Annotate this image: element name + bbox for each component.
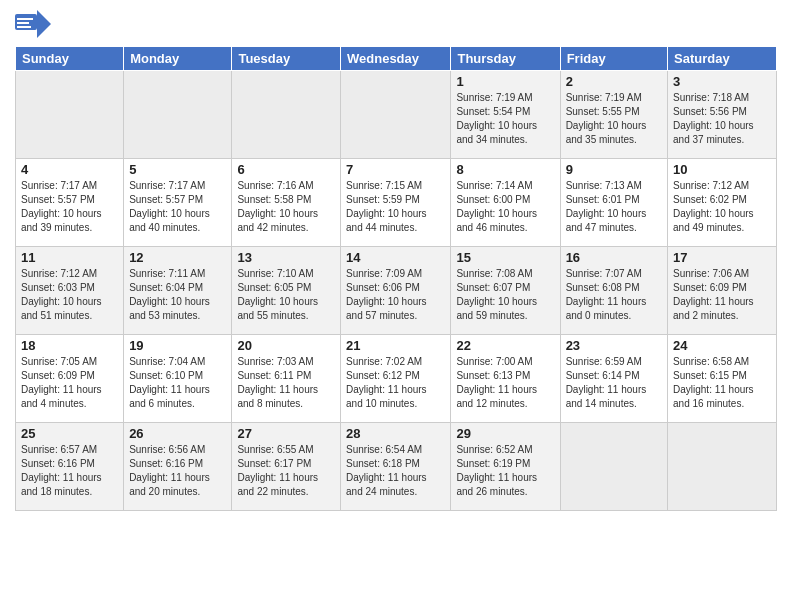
calendar-day-cell: 25Sunrise: 6:57 AM Sunset: 6:16 PM Dayli… <box>16 423 124 511</box>
calendar-day-cell: 1Sunrise: 7:19 AM Sunset: 5:54 PM Daylig… <box>451 71 560 159</box>
calendar-week-row: 18Sunrise: 7:05 AM Sunset: 6:09 PM Dayli… <box>16 335 777 423</box>
calendar-day-cell: 2Sunrise: 7:19 AM Sunset: 5:55 PM Daylig… <box>560 71 667 159</box>
day-number: 23 <box>566 338 662 353</box>
day-number: 12 <box>129 250 226 265</box>
day-info: Sunrise: 7:12 AM Sunset: 6:02 PM Dayligh… <box>673 179 771 235</box>
calendar-day-cell: 26Sunrise: 6:56 AM Sunset: 6:16 PM Dayli… <box>124 423 232 511</box>
day-number: 21 <box>346 338 445 353</box>
day-number: 24 <box>673 338 771 353</box>
calendar-day-cell: 19Sunrise: 7:04 AM Sunset: 6:10 PM Dayli… <box>124 335 232 423</box>
calendar-day-cell: 21Sunrise: 7:02 AM Sunset: 6:12 PM Dayli… <box>341 335 451 423</box>
day-number: 16 <box>566 250 662 265</box>
calendar-day-cell <box>341 71 451 159</box>
day-info: Sunrise: 7:16 AM Sunset: 5:58 PM Dayligh… <box>237 179 335 235</box>
day-info: Sunrise: 7:04 AM Sunset: 6:10 PM Dayligh… <box>129 355 226 411</box>
day-number: 29 <box>456 426 554 441</box>
day-info: Sunrise: 7:12 AM Sunset: 6:03 PM Dayligh… <box>21 267 118 323</box>
calendar-day-cell: 17Sunrise: 7:06 AM Sunset: 6:09 PM Dayli… <box>668 247 777 335</box>
calendar-day-cell: 10Sunrise: 7:12 AM Sunset: 6:02 PM Dayli… <box>668 159 777 247</box>
day-number: 14 <box>346 250 445 265</box>
day-number: 10 <box>673 162 771 177</box>
day-info: Sunrise: 7:00 AM Sunset: 6:13 PM Dayligh… <box>456 355 554 411</box>
day-info: Sunrise: 7:18 AM Sunset: 5:56 PM Dayligh… <box>673 91 771 147</box>
day-number: 20 <box>237 338 335 353</box>
day-number: 2 <box>566 74 662 89</box>
page-container: SundayMondayTuesdayWednesdayThursdayFrid… <box>0 0 792 516</box>
day-info: Sunrise: 6:52 AM Sunset: 6:19 PM Dayligh… <box>456 443 554 499</box>
day-number: 18 <box>21 338 118 353</box>
calendar-day-cell: 23Sunrise: 6:59 AM Sunset: 6:14 PM Dayli… <box>560 335 667 423</box>
calendar-day-cell: 15Sunrise: 7:08 AM Sunset: 6:07 PM Dayli… <box>451 247 560 335</box>
day-info: Sunrise: 7:08 AM Sunset: 6:07 PM Dayligh… <box>456 267 554 323</box>
calendar-day-cell: 14Sunrise: 7:09 AM Sunset: 6:06 PM Dayli… <box>341 247 451 335</box>
day-info: Sunrise: 7:06 AM Sunset: 6:09 PM Dayligh… <box>673 267 771 323</box>
calendar-day-cell <box>232 71 341 159</box>
calendar-day-cell: 5Sunrise: 7:17 AM Sunset: 5:57 PM Daylig… <box>124 159 232 247</box>
day-number: 28 <box>346 426 445 441</box>
calendar-day-cell: 12Sunrise: 7:11 AM Sunset: 6:04 PM Dayli… <box>124 247 232 335</box>
calendar-day-cell: 7Sunrise: 7:15 AM Sunset: 5:59 PM Daylig… <box>341 159 451 247</box>
day-number: 13 <box>237 250 335 265</box>
weekday-header-saturday: Saturday <box>668 47 777 71</box>
calendar-day-cell <box>560 423 667 511</box>
day-info: Sunrise: 6:57 AM Sunset: 6:16 PM Dayligh… <box>21 443 118 499</box>
day-number: 6 <box>237 162 335 177</box>
calendar-week-row: 1Sunrise: 7:19 AM Sunset: 5:54 PM Daylig… <box>16 71 777 159</box>
day-number: 25 <box>21 426 118 441</box>
calendar-day-cell <box>16 71 124 159</box>
header <box>15 10 777 38</box>
calendar-day-cell: 22Sunrise: 7:00 AM Sunset: 6:13 PM Dayli… <box>451 335 560 423</box>
calendar-day-cell: 18Sunrise: 7:05 AM Sunset: 6:09 PM Dayli… <box>16 335 124 423</box>
logo-icon <box>15 10 51 38</box>
calendar-day-cell: 16Sunrise: 7:07 AM Sunset: 6:08 PM Dayli… <box>560 247 667 335</box>
weekday-header-wednesday: Wednesday <box>341 47 451 71</box>
weekday-header-row: SundayMondayTuesdayWednesdayThursdayFrid… <box>16 47 777 71</box>
day-number: 5 <box>129 162 226 177</box>
calendar-day-cell <box>668 423 777 511</box>
logo <box>15 10 55 38</box>
day-info: Sunrise: 7:09 AM Sunset: 6:06 PM Dayligh… <box>346 267 445 323</box>
day-info: Sunrise: 7:15 AM Sunset: 5:59 PM Dayligh… <box>346 179 445 235</box>
day-info: Sunrise: 7:13 AM Sunset: 6:01 PM Dayligh… <box>566 179 662 235</box>
day-info: Sunrise: 6:58 AM Sunset: 6:15 PM Dayligh… <box>673 355 771 411</box>
calendar-day-cell: 13Sunrise: 7:10 AM Sunset: 6:05 PM Dayli… <box>232 247 341 335</box>
svg-rect-3 <box>17 22 29 24</box>
day-info: Sunrise: 6:55 AM Sunset: 6:17 PM Dayligh… <box>237 443 335 499</box>
calendar-day-cell: 4Sunrise: 7:17 AM Sunset: 5:57 PM Daylig… <box>16 159 124 247</box>
day-info: Sunrise: 7:19 AM Sunset: 5:55 PM Dayligh… <box>566 91 662 147</box>
calendar-day-cell: 9Sunrise: 7:13 AM Sunset: 6:01 PM Daylig… <box>560 159 667 247</box>
day-info: Sunrise: 7:17 AM Sunset: 5:57 PM Dayligh… <box>129 179 226 235</box>
calendar-day-cell: 3Sunrise: 7:18 AM Sunset: 5:56 PM Daylig… <box>668 71 777 159</box>
calendar-table: SundayMondayTuesdayWednesdayThursdayFrid… <box>15 46 777 511</box>
day-number: 26 <box>129 426 226 441</box>
day-info: Sunrise: 7:05 AM Sunset: 6:09 PM Dayligh… <box>21 355 118 411</box>
calendar-day-cell: 8Sunrise: 7:14 AM Sunset: 6:00 PM Daylig… <box>451 159 560 247</box>
day-info: Sunrise: 6:59 AM Sunset: 6:14 PM Dayligh… <box>566 355 662 411</box>
calendar-day-cell: 11Sunrise: 7:12 AM Sunset: 6:03 PM Dayli… <box>16 247 124 335</box>
day-number: 7 <box>346 162 445 177</box>
day-info: Sunrise: 7:07 AM Sunset: 6:08 PM Dayligh… <box>566 267 662 323</box>
weekday-header-monday: Monday <box>124 47 232 71</box>
calendar-day-cell: 6Sunrise: 7:16 AM Sunset: 5:58 PM Daylig… <box>232 159 341 247</box>
day-number: 17 <box>673 250 771 265</box>
day-info: Sunrise: 7:02 AM Sunset: 6:12 PM Dayligh… <box>346 355 445 411</box>
day-info: Sunrise: 6:54 AM Sunset: 6:18 PM Dayligh… <box>346 443 445 499</box>
calendar-week-row: 25Sunrise: 6:57 AM Sunset: 6:16 PM Dayli… <box>16 423 777 511</box>
day-number: 4 <box>21 162 118 177</box>
calendar-day-cell: 20Sunrise: 7:03 AM Sunset: 6:11 PM Dayli… <box>232 335 341 423</box>
day-number: 3 <box>673 74 771 89</box>
day-info: Sunrise: 6:56 AM Sunset: 6:16 PM Dayligh… <box>129 443 226 499</box>
day-info: Sunrise: 7:03 AM Sunset: 6:11 PM Dayligh… <box>237 355 335 411</box>
day-number: 19 <box>129 338 226 353</box>
calendar-day-cell: 28Sunrise: 6:54 AM Sunset: 6:18 PM Dayli… <box>341 423 451 511</box>
day-number: 22 <box>456 338 554 353</box>
day-info: Sunrise: 7:11 AM Sunset: 6:04 PM Dayligh… <box>129 267 226 323</box>
calendar-day-cell: 29Sunrise: 6:52 AM Sunset: 6:19 PM Dayli… <box>451 423 560 511</box>
calendar-day-cell: 27Sunrise: 6:55 AM Sunset: 6:17 PM Dayli… <box>232 423 341 511</box>
day-number: 1 <box>456 74 554 89</box>
weekday-header-sunday: Sunday <box>16 47 124 71</box>
calendar-week-row: 4Sunrise: 7:17 AM Sunset: 5:57 PM Daylig… <box>16 159 777 247</box>
day-number: 11 <box>21 250 118 265</box>
day-info: Sunrise: 7:19 AM Sunset: 5:54 PM Dayligh… <box>456 91 554 147</box>
day-number: 27 <box>237 426 335 441</box>
